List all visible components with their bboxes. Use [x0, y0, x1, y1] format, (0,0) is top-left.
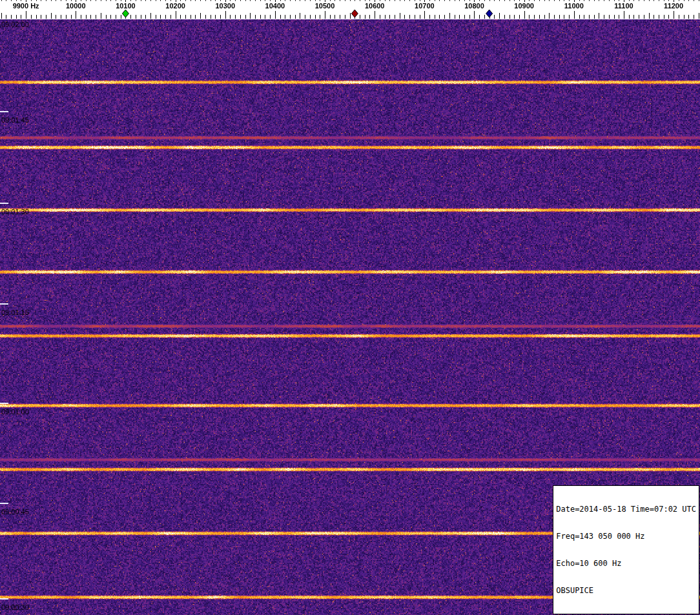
spectrogram-window: 09:02:0009:01:4509:01:3009:01:1509:01:00… — [0, 0, 700, 615]
info-date-time: Date=2014-05-18 Time=07:02 UTC — [556, 505, 696, 514]
info-frequency: Freq=143 050 000 Hz — [556, 532, 696, 541]
info-echo: Echo=10 600 Hz — [556, 559, 696, 568]
observation-info-box: Date=2014-05-18 Time=07:02 UTC Freq=143 … — [553, 485, 699, 614]
info-station: OBSUPICE — [556, 586, 696, 595]
frequency-axis[interactable] — [0, 0, 700, 19]
